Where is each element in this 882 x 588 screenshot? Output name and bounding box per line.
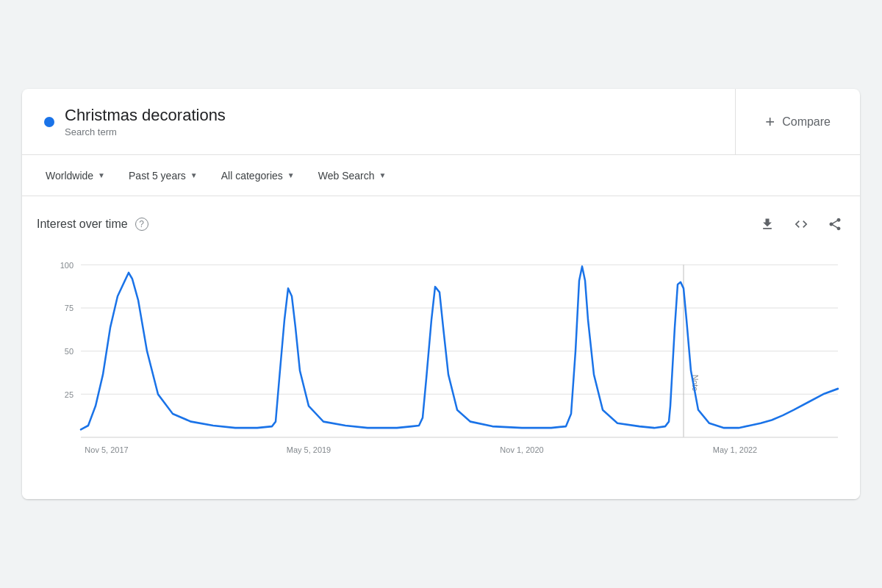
filter-timeframe[interactable]: Past 5 years ▼	[120, 165, 207, 186]
help-icon-label: ?	[139, 219, 144, 229]
main-container: Christmas decorations Search term + Comp…	[22, 89, 860, 499]
filter-location[interactable]: Worldwide ▼	[37, 165, 114, 186]
svg-text:100: 100	[60, 260, 74, 269]
svg-text:Nov 5, 2017: Nov 5, 2017	[85, 445, 128, 454]
filter-timeframe-label: Past 5 years	[129, 170, 186, 182]
code-icon	[794, 217, 808, 232]
search-term-left: Christmas decorations Search term	[22, 89, 736, 154]
chart-wrapper: 100 75 50 25 Note	[37, 249, 845, 484]
chart-section: Interest over time ?	[22, 196, 860, 499]
filter-search-type[interactable]: Web Search ▼	[309, 165, 395, 186]
search-term-subtitle: Search term	[65, 126, 226, 137]
download-button[interactable]	[757, 214, 778, 234]
svg-text:50: 50	[65, 347, 74, 356]
filters-section: Worldwide ▼ Past 5 years ▼ All categorie…	[22, 155, 860, 196]
filter-category-arrow: ▼	[287, 171, 295, 179]
download-icon	[760, 217, 775, 232]
filter-search-type-arrow: ▼	[379, 171, 386, 179]
chart-title-group: Interest over time ?	[37, 218, 148, 231]
svg-text:May 5, 2019: May 5, 2019	[287, 445, 331, 454]
interest-chart: 100 75 50 25 Note	[37, 249, 845, 484]
chart-title: Interest over time	[37, 218, 128, 231]
filter-search-type-label: Web Search	[318, 170, 375, 182]
filter-timeframe-arrow: ▼	[190, 171, 198, 179]
filter-location-label: Worldwide	[46, 170, 93, 182]
share-button[interactable]	[825, 214, 845, 234]
search-term-section: Christmas decorations Search term + Comp…	[22, 89, 860, 155]
compare-plus-icon: +	[765, 112, 775, 132]
search-term-text-block: Christmas decorations Search term	[65, 106, 226, 137]
compare-label: Compare	[782, 115, 831, 129]
svg-text:75: 75	[65, 304, 74, 312]
chart-header: Interest over time ?	[37, 214, 845, 234]
embed-button[interactable]	[791, 214, 811, 234]
filter-location-arrow: ▼	[98, 171, 105, 179]
filter-category-label: All categories	[221, 170, 283, 182]
svg-text:25: 25	[65, 390, 74, 398]
chart-actions	[757, 214, 845, 234]
compare-button[interactable]: + Compare	[736, 89, 860, 154]
search-term-dot	[44, 117, 54, 127]
filter-category[interactable]: All categories ▼	[212, 165, 304, 186]
search-term-title: Christmas decorations	[65, 106, 226, 125]
help-icon[interactable]: ?	[135, 218, 148, 231]
share-icon	[828, 217, 842, 232]
trend-line	[81, 266, 838, 429]
svg-text:May 1, 2022: May 1, 2022	[713, 445, 757, 454]
svg-text:Nov 1, 2020: Nov 1, 2020	[500, 445, 543, 454]
